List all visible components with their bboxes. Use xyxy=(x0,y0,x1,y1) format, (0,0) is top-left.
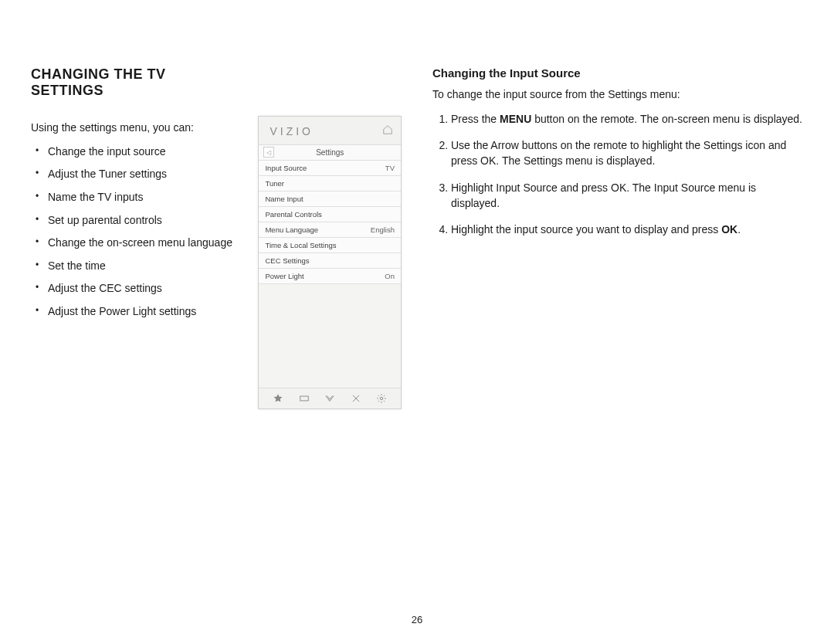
svg-rect-0 xyxy=(300,396,308,401)
list-item: Highlight the input source you want to d… xyxy=(451,222,803,237)
table-row[interactable]: Time & Local Settings xyxy=(259,238,401,253)
wide-icon[interactable] xyxy=(297,393,311,404)
table-row[interactable]: CEC Settings xyxy=(259,253,401,269)
table-row[interactable]: Tuner xyxy=(259,176,401,192)
back-icon[interactable]: ◁ xyxy=(263,147,274,158)
svg-point-1 xyxy=(380,397,383,400)
table-row[interactable]: Power LightOn xyxy=(259,269,401,284)
table-row[interactable]: Input SourceTV xyxy=(259,161,401,176)
row-label: Parental Controls xyxy=(259,207,358,222)
row-value xyxy=(358,192,401,207)
row-label: Power Light xyxy=(259,269,358,284)
table-row[interactable]: Name Input xyxy=(259,192,401,207)
row-label: Input Source xyxy=(259,161,358,176)
settings-table: Input SourceTV Tuner Name Input Parental… xyxy=(259,161,401,284)
star-icon[interactable] xyxy=(271,393,285,404)
row-value: On xyxy=(358,269,401,284)
row-label: Name Input xyxy=(259,192,358,207)
list-item: Highlight Input Source and press OK. The… xyxy=(451,180,803,212)
list-item: Adjust the CEC settings xyxy=(48,281,236,297)
breadcrumb: ◁ Settings xyxy=(259,144,401,161)
close-icon[interactable] xyxy=(349,393,363,404)
row-value: TV xyxy=(358,161,401,176)
row-label: Menu Language xyxy=(259,222,358,238)
tv-brand-label: VIZIO xyxy=(270,125,314,137)
list-item: Name the TV inputs xyxy=(48,190,236,205)
v-icon[interactable] xyxy=(323,393,337,404)
row-value: English xyxy=(358,222,401,238)
subsection-title: Changing the Input Source xyxy=(432,66,803,80)
tv-footer-bar xyxy=(259,388,401,408)
home-icon[interactable] xyxy=(382,124,393,138)
list-item: Use the Arrow buttons on the remote to h… xyxy=(451,137,803,169)
subsection-lead: To change the input source from the Sett… xyxy=(432,87,803,102)
page-number: 26 xyxy=(412,614,422,625)
section-title: CHANGING THE TV SETTINGS xyxy=(31,66,236,99)
list-item: Change the input source xyxy=(48,144,236,160)
capabilities-list: Change the input source Adjust the Tuner… xyxy=(31,144,236,320)
list-item: Change the on-screen menu language xyxy=(48,236,236,251)
list-item: Set the time xyxy=(48,259,236,274)
row-value xyxy=(358,207,401,222)
steps-list: Press the MENU button on the remote. The… xyxy=(432,111,803,238)
row-value xyxy=(358,176,401,192)
breadcrumb-label: Settings xyxy=(316,148,344,157)
row-label: CEC Settings xyxy=(259,253,358,269)
intro-text: Using the settings menu, you can: xyxy=(31,120,236,135)
list-item: Adjust the Power Light settings xyxy=(48,304,236,320)
list-item: Press the MENU button on the remote. The… xyxy=(451,111,803,127)
list-item: Adjust the Tuner settings xyxy=(48,167,236,182)
list-item: Set up parental controls xyxy=(48,213,236,229)
gear-icon[interactable] xyxy=(375,393,388,404)
row-label: Tuner xyxy=(259,176,358,192)
table-row[interactable]: Parental Controls xyxy=(259,207,401,222)
row-label: Time & Local Settings xyxy=(259,238,358,253)
row-value xyxy=(358,238,401,253)
tv-settings-menu: VIZIO ◁ Settings Input SourceTV Tuner Na… xyxy=(258,116,402,409)
table-row[interactable]: Menu LanguageEnglish xyxy=(259,222,401,238)
row-value xyxy=(358,253,401,269)
